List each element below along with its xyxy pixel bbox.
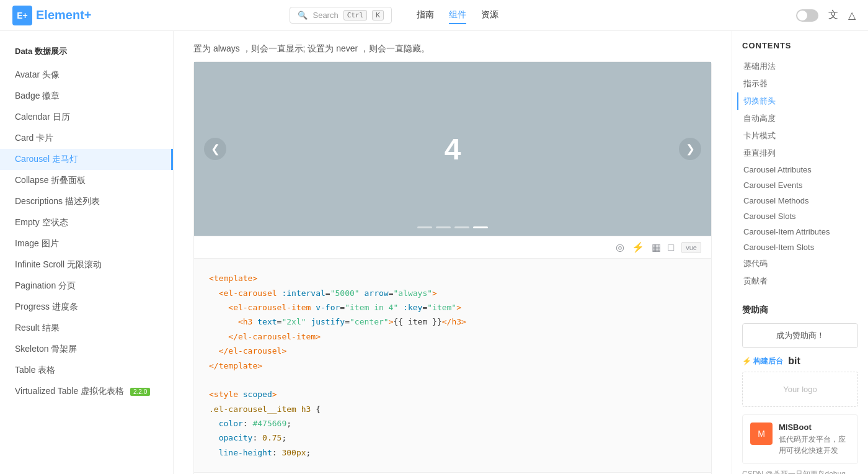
code-sandbox-icon[interactable]: ◎ <box>616 241 624 253</box>
sponsor-icon-misboot: M <box>750 423 773 445</box>
toc-title: CONTENTS <box>742 41 858 50</box>
carousel-dot-4[interactable] <box>473 226 488 228</box>
demo-toolbar: ◎ ⚡ ▦ □ vue <box>194 236 711 258</box>
sidebar-section-title: Data 数据展示 <box>0 41 173 62</box>
code-line-10: .el-carousel__item h3 { <box>209 402 696 416</box>
dark-mode-toggle[interactable] <box>796 9 818 22</box>
search-label: Search <box>312 11 338 20</box>
toc-item-contributors[interactable]: 贡献者 <box>737 272 858 290</box>
code-line-1: <template> <box>209 271 696 285</box>
nav-link-components[interactable]: 组件 <box>449 7 466 24</box>
sidebar-item-image[interactable]: Image 图片 <box>0 233 173 254</box>
logo[interactable]: E+ Element+ <box>12 6 91 25</box>
copy-icon[interactable]: ▦ <box>652 241 661 253</box>
sidebar-item-avatar[interactable]: Avatar 头像 <box>0 65 173 86</box>
sponsor-info-misboot: MISBoot 低代码开发平台，应用可视化快速开发 <box>779 423 850 456</box>
code-line-5: </el-carousel-item> <box>209 329 696 344</box>
right-sidebar: CONTENTS 基础用法 指示器 切换箭头 自动高度 卡片模式 垂直排列 Ca… <box>732 31 868 474</box>
search-icon: 🔍 <box>298 11 308 20</box>
nav-icons: 文 △ <box>796 9 856 22</box>
toc-item-indicator[interactable]: 指示器 <box>737 75 858 92</box>
toc-item-card-mode[interactable]: 卡片模式 <box>737 127 858 145</box>
code-block: <template> <el-carousel :interval="5000"… <box>194 258 711 472</box>
main-layout: Data 数据展示 Avatar 头像 Badge 徽章 Calendar 日历… <box>0 31 868 474</box>
translate-icon[interactable]: 文 <box>828 9 838 22</box>
toc-item-carousel-methods[interactable]: Carousel Methods <box>737 193 858 208</box>
toc-item-vertical[interactable]: 垂直排列 <box>737 145 858 162</box>
expand-icon[interactable]: □ <box>668 242 675 253</box>
toc-item-arrow[interactable]: 切换箭头 <box>737 92 858 110</box>
toc-item-auto-height[interactable]: 自动高度 <box>737 110 858 127</box>
toc-item-carousel-slots[interactable]: Carousel Slots <box>737 208 858 224</box>
code-line-13: line-height: 300px; <box>209 445 696 460</box>
sidebar-item-calendar[interactable]: Calendar 日历 <box>0 107 173 128</box>
sponsor-logos: ⚡ 构建后台 bit <box>742 356 858 367</box>
search-key-ctrl: Ctrl <box>343 10 368 20</box>
sidebar-item-infinite-scroll[interactable]: Infinite Scroll 无限滚动 <box>0 254 173 275</box>
code-line-7: </template> <box>209 359 696 373</box>
sidebar-item-carousel[interactable]: Carousel 走马灯 <box>0 149 173 170</box>
become-sponsor-button[interactable]: 成为赞助商！ <box>742 323 858 348</box>
sidebar-item-skeleton[interactable]: Skeleton 骨架屏 <box>0 339 173 360</box>
sidebar-item-badge[interactable]: Badge 徽章 <box>0 86 173 107</box>
toc-item-carousel-attrs[interactable]: Carousel Attributes <box>737 162 858 177</box>
sponsor-card-misboot: M MISBoot 低代码开发平台，应用可视化快速开发 <box>742 414 858 464</box>
sponsor-footer: CSDN @杀死一只知更鸟debug <box>742 469 858 474</box>
carousel-slide: 4 <box>194 62 711 236</box>
carousel-prev-arrow[interactable]: ❮ <box>204 138 226 160</box>
github-icon[interactable]: △ <box>848 9 856 21</box>
code-line-4: <h3 text="2xl" justify="center">{{ item … <box>209 315 696 329</box>
sidebar-item-table[interactable]: Table 表格 <box>0 360 173 381</box>
sidebar-item-empty[interactable]: Empty 空状态 <box>0 212 173 233</box>
toc-item-carousel-item-slots[interactable]: Carousel-Item Slots <box>737 239 858 255</box>
carousel-dot-3[interactable] <box>454 226 469 228</box>
carousel-dots <box>417 226 488 228</box>
sponsor-title: 赞助商 <box>742 305 858 316</box>
toc-item-carousel-item-attrs[interactable]: Carousel-Item Attributes <box>737 224 858 239</box>
code-line-2: <el-carousel :interval="5000" arrow="alw… <box>209 286 696 300</box>
your-logo-placeholder: Your logo <box>742 372 858 407</box>
intro-text: 置为 always ，则会一直显示; 设置为 never ，则会一直隐藏。 <box>193 31 712 61</box>
version-badge: 2.2.0 <box>130 388 150 396</box>
sidebar-item-card[interactable]: Card 卡片 <box>0 128 173 149</box>
vue-badge: vue <box>681 242 701 253</box>
carousel-next-arrow[interactable]: ❯ <box>679 138 701 160</box>
sidebar-item-collapse[interactable]: Collapse 折叠面板 <box>0 170 173 191</box>
logo-icon: E+ <box>12 6 32 25</box>
toc-item-basic[interactable]: 基础用法 <box>737 58 858 75</box>
carousel-dot-2[interactable] <box>436 226 451 228</box>
sponsor-logo-bit: bit <box>788 356 800 367</box>
sidebar-item-virtualized-table[interactable]: Virtualized Table 虚拟化表格 2.2.0 <box>0 381 173 402</box>
nav-links: 指南 组件 资源 <box>417 7 498 24</box>
center-content: 置为 always ，则会一直显示; 设置为 never ，则会一直隐藏。 4 … <box>174 31 732 474</box>
demo-box: 4 ❮ ❯ ◎ ⚡ ▦ □ vue <template> <box>193 61 712 474</box>
nav-link-guide[interactable]: 指南 <box>417 7 434 24</box>
top-nav: E+ Element+ 🔍 Search Ctrl K 指南 组件 资源 文 △ <box>0 0 868 31</box>
carousel-dot-1[interactable] <box>417 226 432 228</box>
code-line-11: color: #475669; <box>209 416 696 431</box>
toc-item-carousel-events[interactable]: Carousel Events <box>737 177 858 193</box>
code-line-8 <box>209 373 696 387</box>
sponsor-desc: 低代码开发平台，应用可视化快速开发 <box>779 434 850 456</box>
logo-text: Element+ <box>36 8 91 22</box>
sponsor-section: 赞助商 成为赞助商！ ⚡ 构建后台 bit Your logo M MISBoo… <box>742 305 858 474</box>
code-line-9: <style scoped> <box>209 387 696 401</box>
sidebar-item-descriptions[interactable]: Descriptions 描述列表 <box>0 191 173 212</box>
carousel-demo: 4 ❮ ❯ <box>194 62 711 236</box>
sidebar-item-progress[interactable]: Progress 进度条 <box>0 297 173 318</box>
sidebar-item-pagination[interactable]: Pagination 分页 <box>0 275 173 297</box>
code-line-6: </el-carousel> <box>209 344 696 358</box>
sponsor-logo-jianhou: ⚡ 构建后台 <box>742 356 783 367</box>
code-line-3: <el-carousel-item v-for="item in 4" :key… <box>209 300 696 315</box>
left-sidebar: Data 数据展示 Avatar 头像 Badge 徽章 Calendar 日历… <box>0 31 174 474</box>
sidebar-item-result[interactable]: Result 结果 <box>0 318 173 339</box>
sponsor-name: MISBoot <box>779 423 850 432</box>
code-line-12: opacity: 0.75; <box>209 431 696 445</box>
toc-item-source[interactable]: 源代码 <box>737 255 858 272</box>
stackblitz-icon[interactable]: ⚡ <box>632 241 644 253</box>
search-key-k: K <box>372 10 384 20</box>
search-bar[interactable]: 🔍 Search Ctrl K <box>290 7 391 24</box>
nav-link-resources[interactable]: 资源 <box>481 7 498 24</box>
